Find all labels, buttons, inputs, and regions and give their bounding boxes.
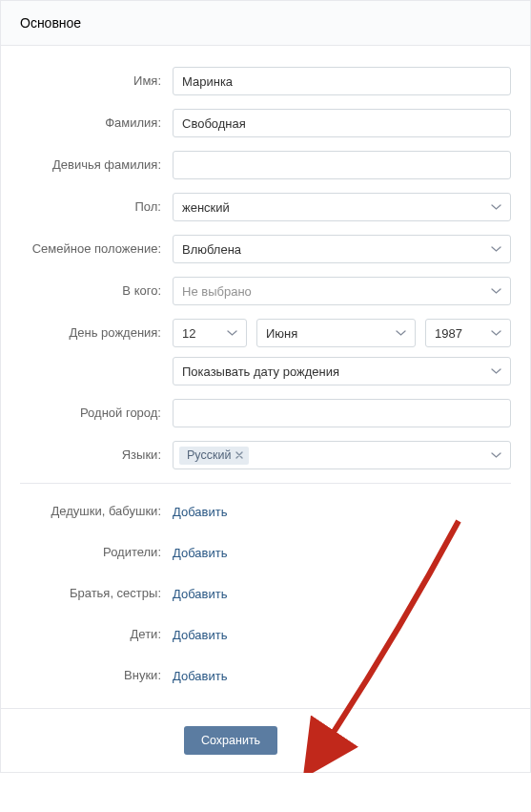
- dob-month-value: Июня: [266, 326, 297, 341]
- chevron-down-icon: [491, 368, 501, 374]
- chevron-down-icon: [227, 330, 237, 336]
- panel-content: Имя: Фамилия: Девичья фамилия: Пол: женс…: [1, 46, 530, 683]
- relationship-value: Влюблена: [182, 242, 241, 257]
- chevron-down-icon: [491, 452, 501, 458]
- parents-label: Родители:: [20, 544, 173, 559]
- close-icon[interactable]: [235, 451, 243, 459]
- gender-select[interactable]: женский: [173, 193, 511, 221]
- language-tag-label: Русский: [187, 448, 231, 462]
- dob-label: День рождения:: [20, 319, 173, 340]
- relationship-select[interactable]: Влюблена: [173, 235, 511, 263]
- children-label: Дети:: [20, 626, 173, 641]
- name-input[interactable]: [173, 67, 511, 95]
- dob-visibility-select[interactable]: Показывать дату рождения: [173, 357, 511, 385]
- add-siblings-link[interactable]: Добавить: [173, 585, 227, 601]
- inwhom-value: Не выбрано: [182, 284, 252, 299]
- section-divider: [20, 483, 511, 484]
- dob-year-value: 1987: [435, 326, 462, 341]
- hometown-label: Родной город:: [20, 399, 173, 420]
- grandparents-label: Дедушки, бабушки:: [20, 503, 173, 518]
- chevron-down-icon: [491, 288, 501, 294]
- languages-input[interactable]: Русский: [173, 441, 511, 469]
- dob-month-select[interactable]: Июня: [256, 319, 416, 347]
- inwhom-select[interactable]: Не выбрано: [173, 277, 511, 305]
- surname-input[interactable]: [173, 109, 511, 137]
- maiden-input[interactable]: [173, 151, 511, 179]
- panel-title: Основное: [20, 15, 511, 31]
- chevron-down-icon: [491, 246, 501, 252]
- gender-value: женский: [182, 200, 230, 215]
- add-children-link[interactable]: Добавить: [173, 626, 227, 642]
- hometown-input[interactable]: [173, 399, 511, 427]
- languages-label: Языки:: [20, 441, 173, 462]
- dob-day-select[interactable]: 12: [173, 319, 247, 347]
- surname-label: Фамилия:: [20, 109, 173, 130]
- chevron-down-icon: [396, 330, 406, 336]
- dob-visibility-value: Показывать дату рождения: [182, 364, 339, 379]
- grandchildren-label: Внуки:: [20, 667, 173, 682]
- panel-header: Основное: [1, 1, 530, 46]
- siblings-label: Братья, сестры:: [20, 585, 173, 600]
- language-tag: Русский: [179, 447, 249, 465]
- maiden-label: Девичья фамилия:: [20, 151, 173, 172]
- add-grandchildren-link[interactable]: Добавить: [173, 667, 227, 683]
- inwhom-label: В кого:: [20, 277, 173, 298]
- chevron-down-icon: [491, 204, 501, 210]
- relationship-label: Семейное положение:: [20, 235, 173, 256]
- save-button[interactable]: Сохранить: [184, 726, 277, 755]
- gender-label: Пол:: [20, 193, 173, 214]
- profile-edit-panel: Основное Имя: Фамилия: Девичья фамилия: …: [0, 0, 531, 773]
- dob-day-value: 12: [182, 326, 195, 341]
- name-label: Имя:: [20, 67, 173, 88]
- panel-footer: Сохранить: [1, 708, 530, 772]
- dob-year-select[interactable]: 1987: [425, 319, 511, 347]
- add-grandparents-link[interactable]: Добавить: [173, 503, 227, 519]
- chevron-down-icon: [491, 330, 501, 336]
- add-parents-link[interactable]: Добавить: [173, 544, 227, 560]
